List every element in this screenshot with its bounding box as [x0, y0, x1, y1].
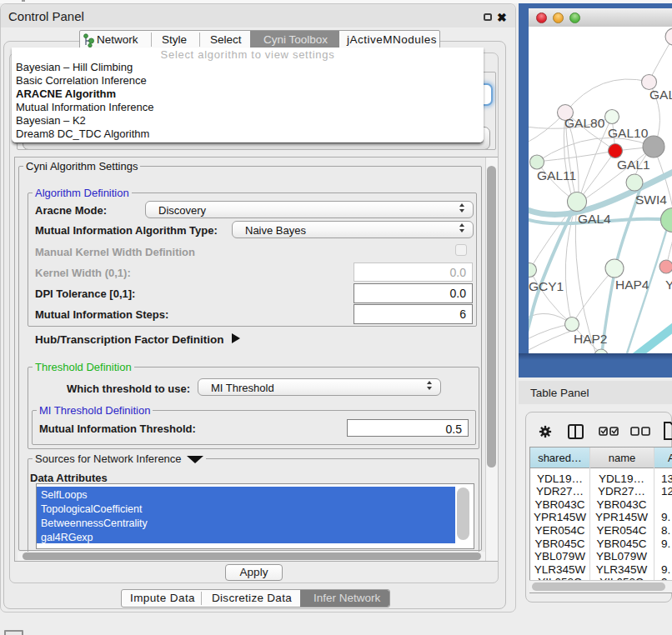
- svg-text:GAL11: GAL11: [537, 168, 576, 182]
- svg-text:GAL10: GAL10: [608, 126, 649, 140]
- svg-text:GAL7: GAL7: [649, 88, 672, 102]
- svg-text:GAL80: GAL80: [564, 116, 605, 130]
- svg-text:HAP2: HAP2: [574, 332, 608, 346]
- svg-text:Y: Y: [665, 278, 672, 292]
- svg-text:SWI4: SWI4: [635, 192, 667, 207]
- svg-text:GCY1: GCY1: [529, 279, 564, 293]
- svg-text:GAL4: GAL4: [578, 212, 611, 226]
- svg-text:GAL1: GAL1: [617, 158, 650, 172]
- svg-text:HAP4: HAP4: [615, 278, 649, 292]
